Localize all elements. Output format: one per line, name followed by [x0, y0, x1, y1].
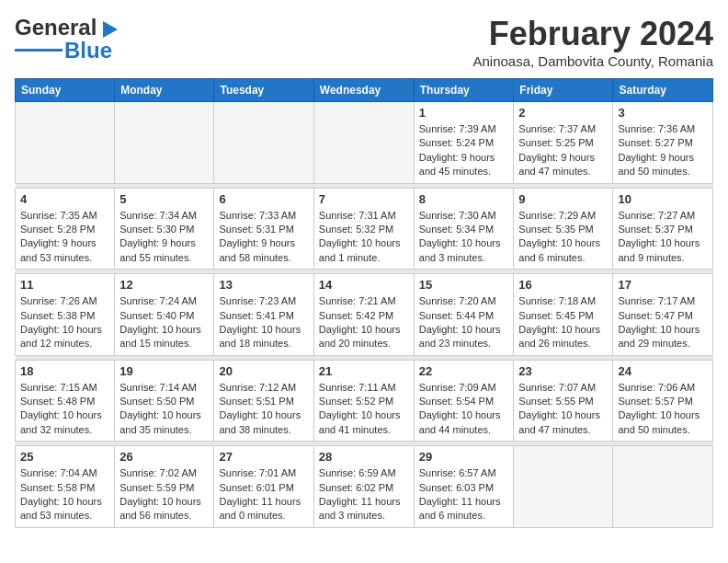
page-title: February 2024 [472, 15, 713, 53]
calendar-day-cell: 20Sunrise: 7:12 AM Sunset: 5:51 PM Dayli… [214, 360, 313, 442]
day-info: Sunrise: 7:11 AM Sunset: 5:52 PM Dayligh… [319, 381, 409, 438]
calendar-day-cell: 3Sunrise: 7:36 AM Sunset: 5:27 PM Daylig… [613, 102, 713, 184]
calendar-day-cell: 19Sunrise: 7:14 AM Sunset: 5:50 PM Dayli… [115, 360, 214, 442]
day-number: 10 [618, 192, 708, 206]
day-info: Sunrise: 7:36 AM Sunset: 5:27 PM Dayligh… [618, 122, 708, 179]
day-info: Sunrise: 7:37 AM Sunset: 5:25 PM Dayligh… [518, 122, 608, 179]
day-number: 12 [119, 278, 209, 292]
page-header: General Blue February 2024 Aninoasa, Dam… [15, 15, 713, 69]
day-number: 25 [20, 450, 109, 464]
calendar-day-cell [16, 102, 115, 184]
calendar-day-cell [214, 102, 313, 184]
calendar-day-cell: 8Sunrise: 7:30 AM Sunset: 5:34 PM Daylig… [414, 188, 514, 270]
day-info: Sunrise: 6:59 AM Sunset: 6:02 PM Dayligh… [319, 466, 409, 523]
calendar-week-row: 18Sunrise: 7:15 AM Sunset: 5:48 PM Dayli… [16, 360, 713, 442]
calendar-header-row: SundayMondayTuesdayWednesdayThursdayFrid… [16, 79, 713, 102]
calendar-day-header: Wednesday [313, 79, 414, 102]
calendar-day-cell: 5Sunrise: 7:34 AM Sunset: 5:30 PM Daylig… [115, 188, 214, 270]
day-number: 20 [219, 364, 308, 378]
day-info: Sunrise: 7:18 AM Sunset: 5:45 PM Dayligh… [518, 294, 608, 351]
day-number: 3 [618, 106, 708, 120]
calendar-day-cell: 15Sunrise: 7:20 AM Sunset: 5:44 PM Dayli… [414, 274, 514, 356]
day-info: Sunrise: 7:33 AM Sunset: 5:31 PM Dayligh… [219, 209, 308, 266]
day-number: 7 [319, 192, 409, 206]
calendar-day-cell: 23Sunrise: 7:07 AM Sunset: 5:55 PM Dayli… [514, 360, 613, 442]
calendar-day-cell: 13Sunrise: 7:23 AM Sunset: 5:41 PM Dayli… [214, 274, 313, 356]
calendar-day-cell: 12Sunrise: 7:24 AM Sunset: 5:40 PM Dayli… [115, 274, 214, 356]
day-number: 9 [518, 192, 608, 206]
calendar-day-cell: 9Sunrise: 7:29 AM Sunset: 5:35 PM Daylig… [514, 188, 613, 270]
day-info: Sunrise: 7:34 AM Sunset: 5:30 PM Dayligh… [119, 209, 209, 266]
calendar-day-header: Friday [514, 79, 613, 102]
calendar-day-cell: 17Sunrise: 7:17 AM Sunset: 5:47 PM Dayli… [613, 274, 713, 356]
logo-blue: Blue [64, 38, 112, 63]
day-number: 26 [119, 450, 209, 464]
day-info: Sunrise: 7:12 AM Sunset: 5:51 PM Dayligh… [219, 381, 308, 438]
title-block: February 2024 Aninoasa, Dambovita County… [472, 15, 713, 69]
day-number: 24 [618, 364, 708, 378]
calendar-day-cell: 2Sunrise: 7:37 AM Sunset: 5:25 PM Daylig… [514, 102, 613, 184]
calendar-day-cell: 18Sunrise: 7:15 AM Sunset: 5:48 PM Dayli… [16, 360, 115, 442]
day-number: 11 [20, 278, 109, 292]
calendar-table: SundayMondayTuesdayWednesdayThursdayFrid… [15, 78, 713, 528]
day-number: 18 [20, 364, 109, 378]
calendar-day-header: Sunday [16, 79, 115, 102]
calendar-day-header: Tuesday [214, 79, 313, 102]
calendar-day-cell: 4Sunrise: 7:35 AM Sunset: 5:28 PM Daylig… [16, 188, 115, 270]
calendar-day-cell [313, 102, 414, 184]
logo: General Blue [15, 15, 118, 63]
calendar-day-cell: 11Sunrise: 7:26 AM Sunset: 5:38 PM Dayli… [16, 274, 115, 356]
calendar-week-row: 25Sunrise: 7:04 AM Sunset: 5:58 PM Dayli… [16, 446, 713, 528]
day-number: 29 [419, 450, 509, 464]
day-number: 21 [319, 364, 409, 378]
day-info: Sunrise: 7:27 AM Sunset: 5:37 PM Dayligh… [618, 209, 708, 266]
day-number: 8 [419, 192, 509, 206]
calendar-day-cell: 1Sunrise: 7:39 AM Sunset: 5:24 PM Daylig… [414, 102, 514, 184]
day-info: Sunrise: 7:29 AM Sunset: 5:35 PM Dayligh… [518, 209, 608, 266]
calendar-day-cell: 25Sunrise: 7:04 AM Sunset: 5:58 PM Dayli… [16, 446, 115, 528]
calendar-day-cell: 10Sunrise: 7:27 AM Sunset: 5:37 PM Dayli… [613, 188, 713, 270]
calendar-week-row: 11Sunrise: 7:26 AM Sunset: 5:38 PM Dayli… [16, 274, 713, 356]
calendar-day-cell: 29Sunrise: 6:57 AM Sunset: 6:03 PM Dayli… [414, 446, 514, 528]
day-info: Sunrise: 7:20 AM Sunset: 5:44 PM Dayligh… [419, 294, 509, 351]
day-number: 13 [219, 278, 308, 292]
day-number: 17 [618, 278, 708, 292]
day-info: Sunrise: 7:01 AM Sunset: 6:01 PM Dayligh… [219, 466, 308, 523]
calendar-day-cell: 27Sunrise: 7:01 AM Sunset: 6:01 PM Dayli… [214, 446, 313, 528]
calendar-day-cell [115, 102, 214, 184]
day-info: Sunrise: 7:06 AM Sunset: 5:57 PM Dayligh… [618, 381, 708, 438]
day-info: Sunrise: 7:15 AM Sunset: 5:48 PM Dayligh… [20, 381, 109, 438]
calendar-day-cell: 16Sunrise: 7:18 AM Sunset: 5:45 PM Dayli… [514, 274, 613, 356]
calendar-day-cell: 22Sunrise: 7:09 AM Sunset: 5:54 PM Dayli… [414, 360, 514, 442]
day-info: Sunrise: 7:23 AM Sunset: 5:41 PM Dayligh… [219, 294, 308, 351]
calendar-day-cell: 26Sunrise: 7:02 AM Sunset: 5:59 PM Dayli… [115, 446, 214, 528]
logo-general: General [15, 15, 97, 40]
calendar-day-cell: 28Sunrise: 6:59 AM Sunset: 6:02 PM Dayli… [313, 446, 414, 528]
day-info: Sunrise: 7:21 AM Sunset: 5:42 PM Dayligh… [319, 294, 409, 351]
calendar-day-header: Thursday [414, 79, 514, 102]
day-info: Sunrise: 7:02 AM Sunset: 5:59 PM Dayligh… [119, 466, 209, 523]
calendar-day-cell: 24Sunrise: 7:06 AM Sunset: 5:57 PM Dayli… [613, 360, 713, 442]
day-info: Sunrise: 6:57 AM Sunset: 6:03 PM Dayligh… [419, 466, 509, 523]
day-number: 14 [319, 278, 409, 292]
day-number: 6 [219, 192, 308, 206]
calendar-day-header: Saturday [613, 79, 713, 102]
calendar-day-cell: 21Sunrise: 7:11 AM Sunset: 5:52 PM Dayli… [313, 360, 414, 442]
day-info: Sunrise: 7:35 AM Sunset: 5:28 PM Dayligh… [20, 209, 109, 266]
calendar-day-cell: 14Sunrise: 7:21 AM Sunset: 5:42 PM Dayli… [313, 274, 414, 356]
calendar-day-header: Monday [115, 79, 214, 102]
calendar-week-row: 4Sunrise: 7:35 AM Sunset: 5:28 PM Daylig… [16, 188, 713, 270]
day-number: 4 [20, 192, 109, 206]
day-number: 5 [119, 192, 209, 206]
day-number: 22 [419, 364, 509, 378]
day-number: 16 [518, 278, 608, 292]
calendar-week-row: 1Sunrise: 7:39 AM Sunset: 5:24 PM Daylig… [16, 102, 713, 184]
day-number: 1 [419, 106, 509, 120]
day-info: Sunrise: 7:04 AM Sunset: 5:58 PM Dayligh… [20, 466, 109, 523]
calendar-day-cell [514, 446, 613, 528]
day-number: 28 [319, 450, 409, 464]
calendar-day-cell: 6Sunrise: 7:33 AM Sunset: 5:31 PM Daylig… [214, 188, 313, 270]
day-info: Sunrise: 7:24 AM Sunset: 5:40 PM Dayligh… [119, 294, 209, 351]
day-number: 23 [518, 364, 608, 378]
day-info: Sunrise: 7:39 AM Sunset: 5:24 PM Dayligh… [419, 122, 509, 179]
